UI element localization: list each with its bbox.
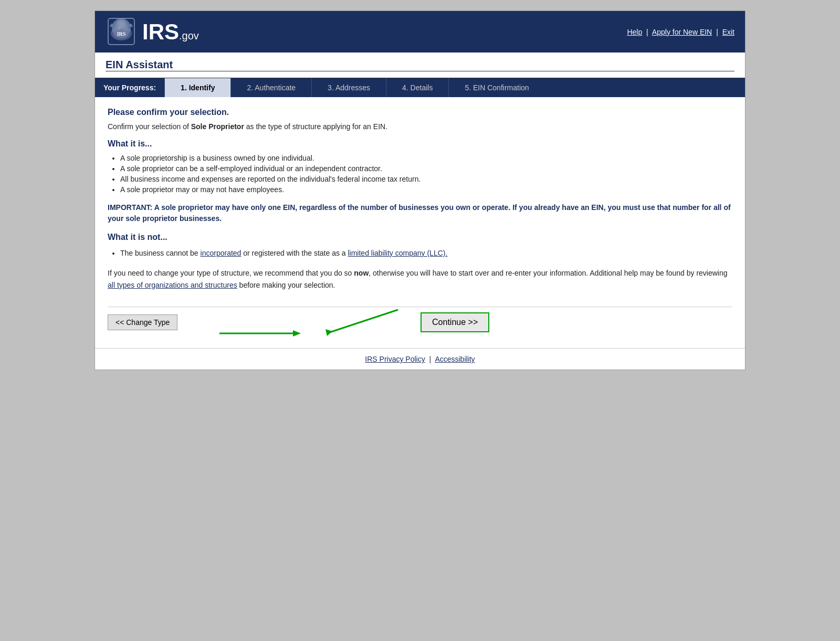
- change-text-bold: now: [354, 269, 369, 277]
- what-it-not-list: The business cannot be incorporated or r…: [120, 247, 732, 259]
- logo-area: 🦅 IRS IRS.gov: [106, 17, 199, 46]
- progress-bar: Your Progress: 1. Identify 2. Authentica…: [95, 78, 745, 97]
- apply-link[interactable]: Apply for New EIN: [652, 28, 712, 36]
- llc-link[interactable]: limited liability company (LLC).: [348, 249, 447, 257]
- step-5-confirmation[interactable]: 5. EIN Confirmation: [448, 78, 544, 97]
- eagle-icon: 🦅 IRS: [106, 17, 137, 46]
- not-text-middle: or registered with the state as a: [241, 249, 348, 257]
- svg-line-10: [330, 310, 398, 332]
- logo-gov: .gov: [179, 30, 199, 41]
- what-it-is-heading: What it is...: [108, 139, 732, 149]
- site-header: 🦅 IRS IRS.gov Help | Apply for New EIN: [95, 11, 745, 52]
- button-area: << Change Type Continue >>: [108, 307, 732, 338]
- svg-text:IRS: IRS: [117, 31, 126, 37]
- change-type-button[interactable]: << Change Type: [108, 314, 177, 330]
- bullet-4: A sole proprietor may or may not have em…: [120, 185, 732, 194]
- footer: IRS Privacy Policy | Accessibility: [95, 348, 745, 370]
- page-wrapper: 🦅 IRS IRS.gov Help | Apply for New EIN: [94, 10, 746, 370]
- change-text-prefix: If you need to change your type of struc…: [108, 269, 354, 277]
- svg-point-5: [118, 21, 125, 28]
- change-text-middle: , otherwise you will have to start over …: [369, 269, 727, 277]
- accessibility-link[interactable]: Accessibility: [435, 355, 475, 363]
- title-bar: EIN Assistant: [95, 52, 745, 78]
- change-text-suffix: before making your selection.: [237, 281, 335, 289]
- not-bullet-1: The business cannot be incorporated or r…: [120, 247, 732, 259]
- exit-link[interactable]: Exit: [722, 28, 734, 36]
- step-3-addresses[interactable]: 3. Addresses: [311, 78, 386, 97]
- privacy-link[interactable]: IRS Privacy Policy: [365, 355, 425, 363]
- page-title: EIN Assistant: [106, 59, 734, 71]
- svg-marker-9: [293, 330, 301, 337]
- separator-1: |: [646, 28, 648, 36]
- main-content: Please confirm your selection. Confirm y…: [95, 97, 745, 348]
- step-2-authenticate[interactable]: 2. Authenticate: [230, 78, 311, 97]
- logo-irs: IRS: [142, 19, 179, 44]
- step-4-details[interactable]: 4. Details: [386, 78, 448, 97]
- progress-label: Your Progress:: [95, 78, 164, 97]
- incorporated-link[interactable]: incorporated: [201, 249, 242, 257]
- header-links: Help | Apply for New EIN | Exit: [627, 28, 734, 36]
- confirm-text: Confirm your selection of Sole Proprieto…: [108, 122, 732, 131]
- what-it-not-heading: What it is not...: [108, 233, 732, 242]
- green-arrows-svg: [177, 307, 440, 349]
- change-paragraph: If you need to change your type of struc…: [108, 267, 732, 291]
- logo-text-group: IRS.gov: [142, 21, 199, 43]
- confirm-text-prefix: Confirm your selection of: [108, 122, 191, 131]
- confirm-heading: Please confirm your selection.: [108, 108, 732, 117]
- arrow-continue-area: Continue >>: [177, 312, 732, 332]
- confirm-text-suffix: as the type of structure applying for an…: [244, 122, 387, 131]
- bullet-3: All business income and expenses are rep…: [120, 175, 732, 183]
- footer-separator: |: [429, 355, 432, 363]
- bullet-2: A sole proprietor can be a self-employed…: [120, 164, 732, 173]
- what-it-is-list: A sole proprietorship is a business owne…: [120, 154, 732, 194]
- confirm-text-bold: Sole Proprietor: [191, 122, 244, 131]
- all-types-link[interactable]: all types of organizations and structure…: [108, 281, 237, 289]
- help-link[interactable]: Help: [627, 28, 642, 36]
- not-text-prefix: The business cannot be: [120, 249, 201, 257]
- important-text: IMPORTANT: A sole proprietor may have on…: [108, 202, 732, 224]
- separator-2: |: [716, 28, 718, 36]
- step-1-identify[interactable]: 1. Identify: [164, 78, 230, 97]
- bullet-1: A sole proprietorship is a business owne…: [120, 154, 732, 162]
